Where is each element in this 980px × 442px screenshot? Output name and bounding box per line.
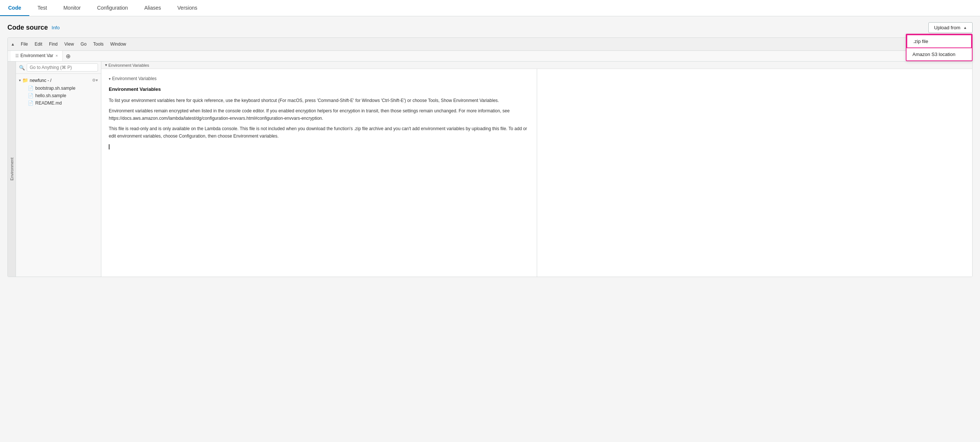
file-readme[interactable]: 📄 README.md [16, 99, 101, 107]
top-navigation: Code Test Monitor Configuration Aliases … [0, 0, 980, 16]
file-name-bootstrap: bootstrap.sh.sample [35, 86, 75, 91]
editor-pane-left[interactable]: ▾ Environment Variables Environment Vari… [101, 69, 537, 277]
tab-close-button[interactable]: × [55, 53, 57, 58]
tab-label: Environment Var [21, 53, 53, 58]
code-source-header: Code source Info Upload from ▲ .zip file… [8, 22, 972, 33]
file-icon-hello: 📄 [28, 93, 33, 98]
search-input[interactable] [27, 63, 98, 71]
editor-split: ▾ Environment Variables Environment Vari… [101, 69, 972, 277]
folder-arrow-icon: ▾ [19, 78, 21, 82]
section-arrow-icon: ▾ [109, 76, 111, 82]
menu-file[interactable]: File [18, 40, 31, 48]
menu-find[interactable]: Find [46, 40, 60, 48]
menu-edit[interactable]: Edit [32, 40, 45, 48]
file-bootstrap[interactable]: 📄 bootstrap.sh.sample [16, 84, 101, 92]
environment-sidebar: Environment [8, 62, 16, 277]
tab-test[interactable]: Test [29, 0, 55, 16]
menu-tools[interactable]: Tools [90, 40, 107, 48]
env-content-area: ▾ Environment Variables Environment Vari… [101, 69, 537, 157]
s3-location-option[interactable]: Amazon S3 location [907, 48, 972, 60]
section-header: ▾ Environment Variables [109, 75, 529, 82]
breadcrumb-path: Environment Variables [108, 63, 149, 68]
editor-breadcrumb: ▾ Environment Variables [101, 62, 972, 69]
file-icon-bootstrap: 📄 [28, 86, 33, 91]
env-para-1: To list your environment variables here … [109, 97, 529, 105]
add-tab-button[interactable]: ⊕ [63, 51, 73, 61]
search-icon: 🔍 [19, 65, 25, 70]
env-para-3: This file is read-only and is only avail… [109, 125, 529, 140]
menu-view[interactable]: View [61, 40, 77, 48]
upload-from-container: Upload from ▲ .zip file Amazon S3 locati… [928, 22, 972, 33]
folder-name: newfunc - / [30, 78, 52, 83]
file-tree: ▾ 📁 newfunc - / ⚙▾ 📄 bootstrap.sh.sample… [16, 74, 101, 277]
environment-label: Environment [10, 158, 14, 181]
folder-settings-icon[interactable]: ⚙▾ [92, 78, 98, 83]
upload-from-button[interactable]: Upload from ▲ [928, 22, 972, 33]
chevron-up-icon: ▲ [963, 25, 967, 30]
zip-file-option[interactable]: .zip file [907, 35, 972, 48]
folder-newfunc[interactable]: ▾ 📁 newfunc - / ⚙▾ [16, 76, 101, 84]
file-name-readme: README.md [35, 100, 62, 106]
file-search-bar: 🔍 [16, 62, 101, 74]
editor-right-pane: ▾ Environment Variables ▾ Environment Va… [101, 62, 972, 277]
tab-configuration[interactable]: Configuration [89, 0, 136, 16]
tab-aliases[interactable]: Aliases [136, 0, 169, 16]
upload-from-dropdown: .zip file Amazon S3 location [906, 34, 972, 61]
editor-body: Environment 🔍 ▾ 📁 newfunc - / ⚙▾ 📄 [8, 62, 972, 277]
add-tab-icon: ⊕ [66, 53, 70, 59]
env-heading: Environment Variables [109, 85, 529, 93]
collapse-icon[interactable]: ▲ [11, 42, 15, 46]
tab-file-icon: ☰ [15, 53, 19, 58]
tab-code[interactable]: Code [0, 0, 29, 16]
editor-pane-right[interactable] [537, 69, 972, 277]
code-source-title: Code source [8, 24, 48, 32]
file-explorer: 🔍 ▾ 📁 newfunc - / ⚙▾ 📄 bootstrap.sh.samp… [16, 62, 101, 277]
file-name-hello: hello.sh.sample [35, 93, 66, 98]
section-label: Environment Variables [112, 75, 157, 82]
editor-tabs: ☰ Environment Var × ⊕ [8, 51, 972, 62]
folder-icon: 📁 [22, 78, 28, 83]
file-hello[interactable]: 📄 hello.sh.sample [16, 92, 101, 99]
menu-window[interactable]: Window [107, 40, 129, 48]
main-content: Code source Info Upload from ▲ .zip file… [0, 16, 980, 283]
editor-menubar: ▲ File Edit Find View Go Tools Window Te… [8, 38, 972, 51]
menu-go[interactable]: Go [78, 40, 89, 48]
tab-versions[interactable]: Versions [169, 0, 206, 16]
tab-monitor[interactable]: Monitor [55, 0, 89, 16]
cursor-line [109, 143, 529, 150]
tab-environment-var[interactable]: ☰ Environment Var × [11, 51, 63, 61]
env-para-2: Environment variables remain encrypted w… [109, 108, 529, 122]
breadcrumb-arrow-icon: ▾ [105, 63, 107, 68]
info-link[interactable]: Info [52, 25, 60, 30]
file-icon-readme: 📄 [28, 100, 33, 106]
editor-container: ▲ File Edit Find View Go Tools Window Te… [8, 38, 972, 277]
